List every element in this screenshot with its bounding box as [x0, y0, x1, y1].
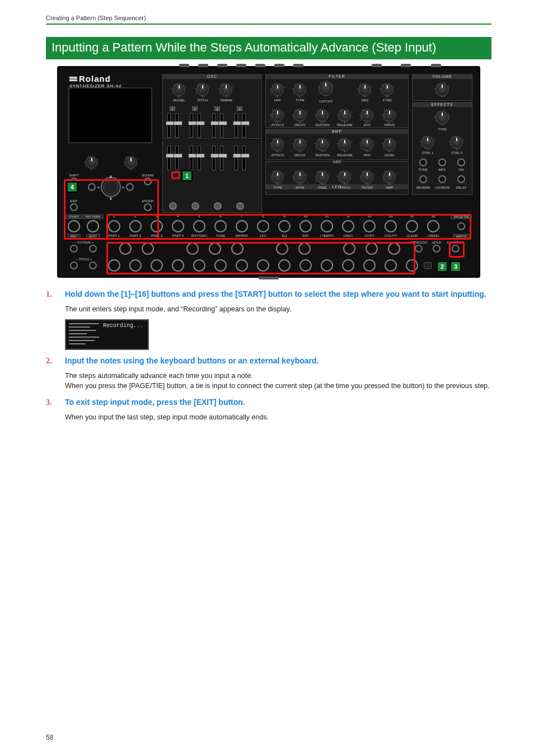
- step-1-body: The unit enters step input mode, and “Re…: [65, 304, 491, 315]
- fx-rev-btn[interactable]: [419, 175, 427, 183]
- amp-lbl-r: RELEASE: [337, 153, 353, 157]
- lfo-lbl-r: RATE: [296, 186, 305, 189]
- fx-lbl-on: ON: [459, 168, 464, 171]
- osc-slider-b4a[interactable]: [235, 146, 238, 170]
- pitch-minus-button[interactable]: [70, 262, 78, 269]
- osc-slider-2b[interactable]: [198, 113, 201, 138]
- osc-slider-3a[interactable]: [212, 113, 216, 138]
- hold-button[interactable]: [433, 245, 441, 253]
- osc-slider-b4b[interactable]: [242, 146, 246, 170]
- filter-cutoff-knob[interactable]: [318, 81, 333, 96]
- osc-slider-2a[interactable]: [190, 113, 193, 138]
- fx-tone-btn[interactable]: [419, 158, 427, 166]
- lcd-screen: [68, 87, 152, 143]
- fenv-sustain-knob[interactable]: [316, 109, 329, 122]
- fenv-release-knob[interactable]: [339, 109, 351, 122]
- amp-pan-knob[interactable]: [361, 138, 373, 151]
- fx-type-knob[interactable]: [435, 111, 449, 124]
- fenv-lbl-e: ENV: [364, 123, 371, 127]
- lfo-amp-knob[interactable]: [383, 171, 396, 183]
- lfo-lbl-f: FADE: [318, 186, 327, 189]
- fenv-env-knob[interactable]: [361, 109, 373, 122]
- filter-res-knob[interactable]: [359, 83, 371, 96]
- lfo-title2: LFO: [332, 160, 342, 164]
- amp-attack-knob[interactable]: [271, 138, 284, 151]
- filter-title: FILTER: [266, 74, 408, 79]
- lfo-filter-knob[interactable]: [361, 171, 373, 183]
- step-1-num: 1.: [46, 290, 65, 299]
- octave-minus-button[interactable]: [70, 245, 78, 253]
- fx-lbl-c2: CTRL 2: [451, 151, 462, 155]
- step-3-num: 3.: [46, 398, 65, 407]
- octave-plus-button[interactable]: [89, 245, 97, 253]
- osc-lbl-model: MODEL: [173, 99, 185, 102]
- fenv-lbl-r: RELEASE: [337, 123, 353, 127]
- recording-text: Recording...: [103, 323, 143, 329]
- recording-screenshot: Recording...: [65, 319, 149, 350]
- step-2-body: The steps automatically advance each tim…: [65, 371, 491, 392]
- step-2: 2. Input the notes using the keyboard bu…: [46, 356, 491, 366]
- fx-on-btn[interactable]: [457, 158, 465, 166]
- osc-led-3[interactable]: [214, 202, 222, 210]
- osc-tab-4[interactable]: 4: [237, 106, 242, 111]
- osc-slider-3b[interactable]: [220, 113, 223, 138]
- volume-title: VOLUME: [413, 74, 472, 79]
- osc-slider-b2b[interactable]: [198, 146, 201, 170]
- filter-type-knob[interactable]: [294, 83, 306, 96]
- fx-ctrl1-knob[interactable]: [421, 136, 434, 148]
- volume-knob[interactable]: [435, 83, 449, 96]
- amp-decay-knob[interactable]: [294, 138, 306, 151]
- step-3: 3. To exit step input mode, press the [E…: [46, 397, 491, 408]
- amp-release-knob[interactable]: [339, 138, 351, 151]
- arp-button[interactable]: [415, 245, 423, 253]
- osc-led-2[interactable]: [191, 202, 199, 210]
- fenv-attack-knob[interactable]: [271, 109, 284, 122]
- osc-pitch-knob[interactable]: [196, 83, 209, 96]
- amp-sustain-knob[interactable]: [316, 138, 329, 151]
- osc-slider-b3b[interactable]: [220, 146, 223, 170]
- osc-led-4[interactable]: [236, 202, 244, 210]
- osc-slider-1b[interactable]: [175, 113, 179, 138]
- fenv-decay-knob[interactable]: [294, 109, 306, 122]
- amp-level-knob[interactable]: [383, 138, 396, 151]
- osc-slider-b3a[interactable]: [212, 146, 216, 170]
- osc-model-knob[interactable]: [173, 83, 185, 96]
- fx-mfx-btn[interactable]: [438, 158, 446, 166]
- left-knob-b[interactable]: [125, 156, 137, 169]
- fx-lbl-tone: TONE: [419, 168, 428, 171]
- osc-tab-3[interactable]: 3: [214, 106, 220, 111]
- osc-slider-b2a[interactable]: [190, 146, 193, 170]
- lfo-rate-knob[interactable]: [294, 171, 306, 183]
- fx-chorus-btn[interactable]: [438, 175, 446, 183]
- filter-lbl-type: TYPE: [296, 99, 305, 102]
- osc-slider-b1a[interactable]: [167, 146, 171, 170]
- fx-lbl-type: TYPE: [438, 128, 447, 131]
- fx-delay-btn[interactable]: [457, 175, 465, 183]
- left-knob-a[interactable]: [86, 156, 98, 169]
- brand-logo: Roland SYNTHESIZER SH-4d: [69, 74, 121, 88]
- fenv-lbl-s: SUSTAIN: [315, 123, 330, 127]
- key-sq: [424, 262, 432, 269]
- step-3-title: To exit step input mode, press the [EXIT…: [65, 397, 491, 408]
- pitch-plus-button[interactable]: [89, 262, 97, 269]
- lfo-fade-knob[interactable]: [316, 171, 329, 183]
- filter-kybd-knob[interactable]: [381, 83, 394, 96]
- callout-box-3: [449, 242, 465, 258]
- osc-slider-4b[interactable]: [242, 113, 246, 138]
- lfo-pitch-knob[interactable]: [339, 171, 351, 183]
- osc-tab-1[interactable]: 1: [170, 106, 175, 111]
- osc-slider-1a[interactable]: [167, 113, 171, 138]
- lfo-lbl-p: PITCH: [340, 186, 350, 189]
- fx-ctrl2-knob[interactable]: [451, 136, 463, 148]
- filter-hpf-knob[interactable]: [271, 83, 284, 96]
- callout-box-1b: [106, 214, 471, 240]
- lfo-type-knob[interactable]: [271, 171, 284, 183]
- badge-3: 3: [451, 262, 460, 271]
- osc-led-1[interactable]: [169, 202, 177, 210]
- osc-timbre-knob[interactable]: [220, 83, 232, 96]
- pitch-label: − PITCH +: [76, 258, 92, 261]
- fenv-drive-knob[interactable]: [383, 109, 396, 122]
- osc-tab-2[interactable]: 2: [192, 106, 198, 111]
- osc-slider-b1b[interactable]: [175, 146, 179, 170]
- osc-slider-4a[interactable]: [235, 113, 238, 138]
